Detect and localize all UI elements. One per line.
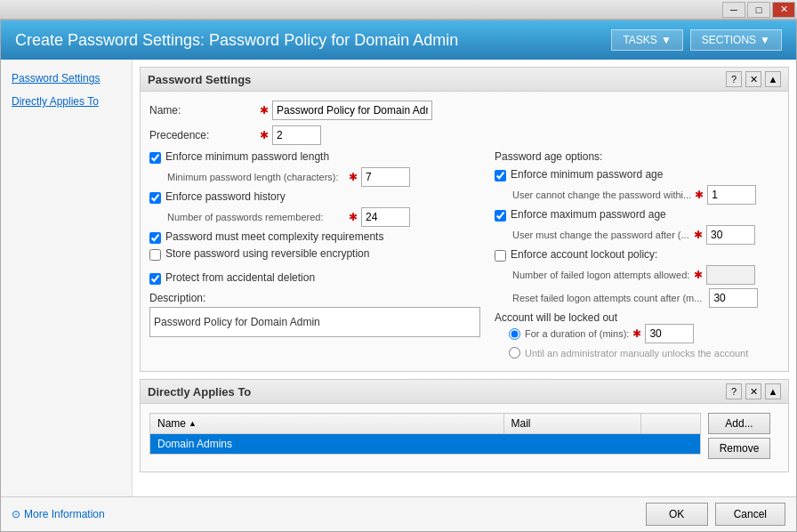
name-label: Name: — [149, 104, 256, 117]
collapse-button-dat[interactable]: ▲ — [765, 383, 781, 399]
footer-buttons: OK Cancel — [646, 503, 785, 526]
name-row: Name: ✱ — [149, 101, 779, 120]
min-age-check-row: Enforce minimum password age — [495, 168, 779, 181]
min-length-sub-row: Minimum password length (characters): ✱ — [167, 167, 480, 187]
left-column: Enforce minimum password length Minimum … — [149, 150, 495, 362]
reversible-checkbox[interactable] — [149, 249, 161, 261]
sidebar-item-directly-applies-to[interactable]: Directly Applies To — [1, 90, 132, 113]
section-header-password: Password Settings ? ✕ ▲ — [141, 68, 788, 92]
duration-radio[interactable] — [509, 328, 520, 340]
min-age-checkbox[interactable] — [495, 170, 506, 181]
dat-layout: Name ▲ Mail — [149, 413, 779, 463]
minimize-button[interactable]: ─ — [722, 2, 745, 18]
description-label: Description: — [149, 292, 480, 304]
complexity-checkbox[interactable] — [149, 232, 161, 244]
tasks-button[interactable]: TASKS ▼ — [611, 29, 682, 51]
duration-radio-label: For a duration of (mins): — [525, 328, 629, 339]
section-header-dat: Directly Applies To ? ✕ ▲ — [141, 380, 788, 404]
ok-button[interactable]: OK — [646, 503, 708, 526]
duration-input[interactable] — [645, 324, 694, 343]
sort-arrow-name: ▲ — [189, 419, 197, 428]
maximize-button[interactable]: □ — [747, 2, 770, 18]
dialog-footer: ⊙ More Information OK Cancel — [1, 496, 796, 531]
close-button-dat[interactable]: ✕ — [745, 383, 761, 399]
manual-radio-label: Until an administrator manually unlocks … — [525, 348, 748, 359]
min-length-check-row: Enforce minimum password length — [149, 150, 480, 164]
manual-radio-row: Until an administrator manually unlocks … — [509, 347, 779, 359]
failed-logon-required: ✱ — [694, 269, 703, 281]
duration-radio-row: For a duration of (mins): ✱ — [509, 324, 779, 343]
min-len-required: ✱ — [349, 171, 358, 183]
pwd-history-sub-row: Number of passwords remembered: ✱ — [167, 207, 480, 227]
failed-logon-row: Number of failed logon attempts allowed:… — [512, 265, 779, 285]
close-button-password[interactable]: ✕ — [745, 71, 761, 87]
accidental-label: Protect from accidental deletion — [165, 271, 315, 284]
precedence-required: ✱ — [260, 129, 269, 141]
duration-required: ✱ — [632, 327, 641, 340]
age-options-label: Password age options: — [495, 150, 779, 163]
pwd-history-label: Enforce password history — [165, 190, 286, 203]
remove-button[interactable]: Remove — [708, 438, 770, 459]
min-length-input[interactable] — [361, 167, 410, 187]
collapse-button-password[interactable]: ▲ — [765, 71, 781, 87]
precedence-row: Precedence: ✱ — [149, 125, 779, 145]
add-button[interactable]: Add... — [708, 413, 770, 434]
header-buttons: TASKS ▼ SECTIONS ▼ — [611, 29, 782, 51]
cancel-button[interactable]: Cancel — [715, 503, 785, 526]
pwd-history-check-row: Enforce password history — [149, 190, 480, 204]
manual-radio[interactable] — [509, 347, 520, 359]
pwd-history-input[interactable] — [361, 207, 410, 227]
max-age-required: ✱ — [694, 229, 703, 241]
dat-table: Name ▲ Mail — [149, 413, 701, 455]
failed-logon-input[interactable] — [706, 265, 755, 285]
complexity-check-row: Password must meet complexity requiremen… — [149, 230, 480, 244]
section-body-password: Name: ✱ Precedence: ✱ — [141, 92, 788, 371]
pwd-history-checkbox[interactable] — [149, 192, 161, 204]
more-info-icon: ⊙ — [12, 508, 20, 520]
col-name-header[interactable]: Name ▲ — [150, 414, 504, 434]
section-title-password: Password Settings — [148, 73, 251, 86]
main-dialog: Create Password Settings: Password Polic… — [0, 20, 797, 532]
lockout-check-row: Enforce account lockout policy: — [495, 248, 779, 262]
tasks-dropdown-icon: ▼ — [661, 34, 672, 46]
accidental-check-row: Protect from accidental deletion — [149, 271, 480, 285]
max-age-checkbox[interactable] — [495, 210, 506, 222]
section-controls-password: ? ✕ ▲ — [726, 71, 781, 87]
precedence-input[interactable] — [272, 125, 321, 145]
reversible-check-row: Store password using reversible encrypti… — [149, 247, 480, 261]
sections-dropdown-icon: ▼ — [760, 34, 770, 46]
right-content: Password Settings ? ✕ ▲ Name: ✱ — [133, 60, 796, 496]
row-empty — [640, 434, 700, 455]
dialog-title: Create Password Settings: Password Polic… — [15, 31, 458, 50]
sidebar-item-password-settings[interactable]: Password Settings — [1, 67, 132, 90]
lockout-checkbox[interactable] — [495, 250, 506, 262]
more-info-link[interactable]: ⊙ More Information — [12, 508, 105, 520]
locked-out-label: Account will be locked out — [495, 311, 779, 324]
max-age-input[interactable] — [706, 225, 755, 245]
title-bar: ─ □ ✕ — [0, 0, 797, 20]
table-row[interactable]: Domain Admins — [150, 434, 701, 455]
description-box: Password Policy for Domain Admin — [149, 307, 480, 337]
min-length-sub-label: Minimum password length (characters): — [167, 172, 345, 182]
pwd-history-sub-label: Number of passwords remembered: — [167, 212, 345, 222]
directly-applies-to-section: Directly Applies To ? ✕ ▲ — [140, 379, 789, 472]
name-input[interactable] — [272, 101, 432, 120]
col-mail-header[interactable]: Mail — [503, 414, 640, 434]
max-age-label: Enforce maximum password age — [511, 208, 666, 221]
min-age-input[interactable] — [707, 185, 756, 205]
help-button-dat[interactable]: ? — [726, 383, 742, 399]
help-button-password[interactable]: ? — [726, 71, 742, 87]
close-button[interactable]: ✕ — [772, 2, 795, 18]
max-age-sub-label: User must change the password after (... — [512, 230, 690, 240]
reversible-label: Store password using reversible encrypti… — [165, 247, 369, 260]
reset-row: Reset failed logon attempts count after … — [512, 288, 779, 308]
max-age-check-row: Enforce maximum password age — [495, 208, 779, 222]
dat-table-container: Name ▲ Mail — [149, 413, 701, 455]
min-age-required: ✱ — [695, 189, 704, 201]
description-value: Password Policy for Domain Admin — [154, 316, 320, 328]
reset-input[interactable] — [709, 288, 758, 308]
accidental-checkbox[interactable] — [149, 273, 161, 285]
min-length-checkbox[interactable] — [149, 152, 161, 164]
sections-button[interactable]: SECTIONS ▼ — [690, 29, 782, 51]
dialog-header: Create Password Settings: Password Polic… — [1, 20, 796, 60]
